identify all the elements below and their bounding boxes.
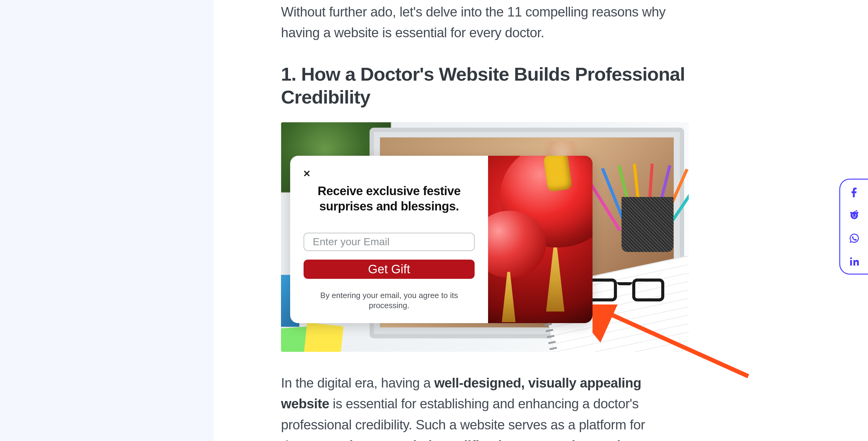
popup-disclaimer: By entering your email, you agree to its… [316,290,462,311]
popup-title: Receive exclusive festive surprises and … [304,183,475,214]
svg-rect-9 [850,260,852,266]
get-gift-button[interactable]: Get Gift [304,260,475,279]
facebook-icon[interactable] [849,186,860,197]
reddit-icon[interactable] [849,210,860,220]
glasses-illustration [585,279,664,306]
svg-line-8 [854,211,856,212]
popup-lantern-image [488,156,592,323]
share-sidebar [839,179,868,275]
email-field[interactable] [304,233,475,251]
intro-paragraph: Without further ado, let's delve into th… [281,2,690,43]
sidebar-background [0,0,214,441]
svg-point-3 [852,214,853,216]
svg-point-10 [850,257,852,259]
body-paragraph: In the digital era, having a well-design… [281,373,690,441]
popup-form: ✕ Receive exclusive festive surprises an… [290,156,488,323]
body-text-1: In the digital era, having a [281,375,434,390]
svg-point-5 [857,212,858,214]
hero-image: ✕ Receive exclusive festive surprises an… [281,122,689,352]
svg-point-6 [850,212,852,214]
close-icon[interactable]: ✕ [303,169,311,178]
svg-point-4 [855,214,856,216]
section-heading: 1. How a Doctor's Website Builds Profess… [281,63,690,108]
email-popup: ✕ Receive exclusive festive surprises an… [290,156,592,323]
article-content: Without further ado, let's delve into th… [281,0,690,441]
whatsapp-icon[interactable] [849,233,860,244]
linkedin-icon[interactable] [849,256,860,267]
pencil-cup [609,148,680,252]
body-text-2: is essential for establishing and enhanc… [281,396,645,441]
